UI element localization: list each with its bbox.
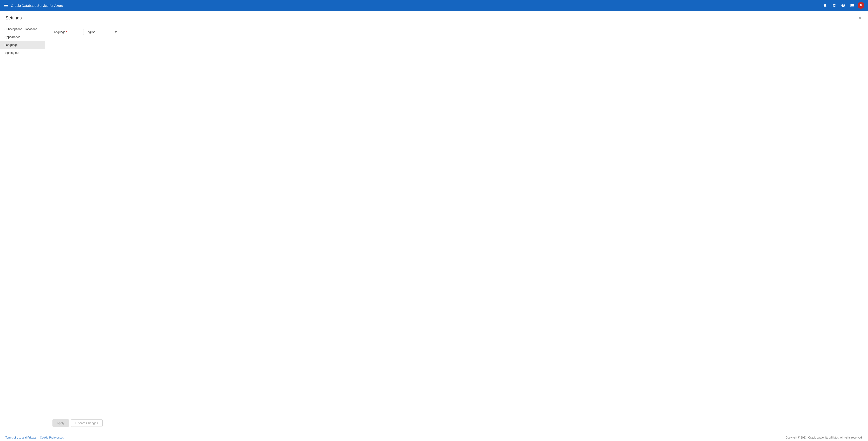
language-form-row: Language* English French German Spanish … <box>53 29 861 35</box>
terms-link[interactable]: Terms of Use and Privacy <box>5 436 36 439</box>
cookie-link[interactable]: Cookie Preferences <box>40 436 64 439</box>
app-title: Oracle Database Service for Azure <box>11 4 822 7</box>
settings-icon[interactable] <box>831 2 838 9</box>
settings-body: Subscriptions + locations Appearance Lan… <box>0 23 868 434</box>
sidebar-item-language[interactable]: Language <box>0 41 45 49</box>
language-label: Language* <box>53 30 80 34</box>
action-buttons: Apply Discard Changes <box>53 416 861 429</box>
settings-sidebar: Subscriptions + locations Appearance Lan… <box>0 23 45 434</box>
settings-panel: Settings ✕ Subscriptions + locations App… <box>0 11 868 434</box>
copyright-text: Copyright © 2023, Oracle and/or its affi… <box>785 436 863 439</box>
settings-header: Settings ✕ <box>0 11 868 23</box>
user-avatar[interactable]: D <box>858 2 864 9</box>
notification-icon[interactable] <box>822 2 829 9</box>
discard-button[interactable]: Discard Changes <box>71 419 103 427</box>
help-icon[interactable] <box>839 2 847 9</box>
content-area: Language* English French German Spanish … <box>45 23 868 434</box>
page-footer: Terms of Use and Privacy Cookie Preferen… <box>0 434 868 441</box>
feedback-icon[interactable] <box>848 2 856 9</box>
apply-button[interactable]: Apply <box>53 419 69 427</box>
required-indicator: * <box>66 30 67 34</box>
menu-icon[interactable] <box>4 3 8 8</box>
settings-footer: Apply Discard Changes <box>53 416 861 429</box>
topbar: Oracle Database Service for Azure D <box>0 0 868 11</box>
footer-links: Terms of Use and Privacy Cookie Preferen… <box>5 436 64 439</box>
settings-title: Settings <box>5 15 22 21</box>
close-button[interactable]: ✕ <box>857 14 863 21</box>
sidebar-item-appearance[interactable]: Appearance <box>0 33 45 41</box>
sidebar-item-signing-out[interactable]: Signing out <box>0 49 45 57</box>
topbar-actions: D <box>822 2 864 9</box>
language-content: Language* English French German Spanish … <box>53 29 861 416</box>
language-select[interactable]: English French German Spanish Japanese C… <box>83 29 119 35</box>
sidebar-item-subscriptions[interactable]: Subscriptions + locations <box>0 25 45 33</box>
